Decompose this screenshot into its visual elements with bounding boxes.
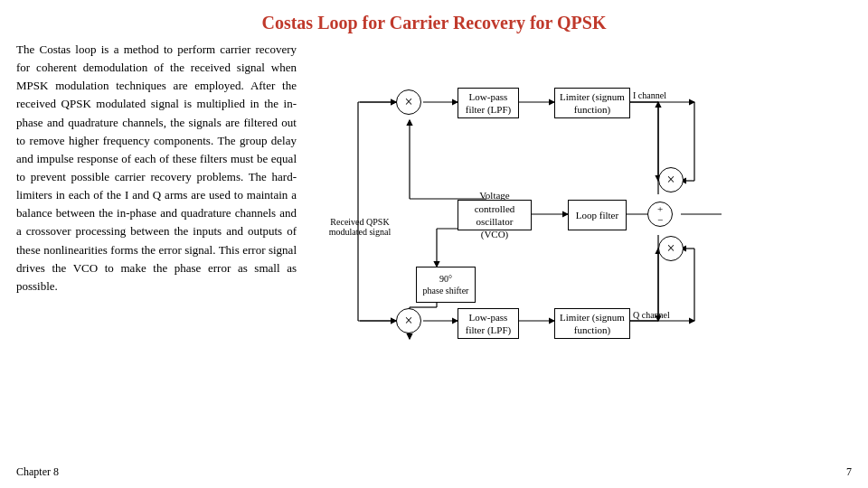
adder: +− [647,202,673,227]
limiter-top: Limiter (signum function) [554,88,630,118]
phase-shifter: 90°phase shifter [416,267,476,303]
q-channel-label: Q channel [633,310,670,320]
limiter-bottom: Limiter (signum function) [554,308,630,339]
lpf-bottom: Low-pass filter (LPF) [458,308,519,339]
body-text: The Costas loop is a method to perform c… [16,41,297,429]
footer: Chapter 8 7 [16,465,852,479]
i-channel-label: I channel [633,90,666,100]
lpf-top: Low-pass filter (LPF) [458,88,519,118]
multiplier-bottom-right: × [658,236,684,261]
loop-filter: Loop filter [568,200,627,230]
footer-page: 7 [846,465,852,479]
multiplier-top-right: × [658,167,684,192]
multiplier-top: × [396,89,421,115]
vco: Voltage controlled oscillator (VCO) [458,200,532,230]
page-title: Costas Loop for Carrier Recovery for QPS… [0,0,868,41]
received-signal-label: Received QPSK modulated signal [324,217,396,237]
multiplier-bottom: × [396,308,421,333]
diagram: + × Low-pass filter (LPF) Limiter (signu… [306,41,852,429]
footer-chapter: Chapter 8 [16,465,59,479]
